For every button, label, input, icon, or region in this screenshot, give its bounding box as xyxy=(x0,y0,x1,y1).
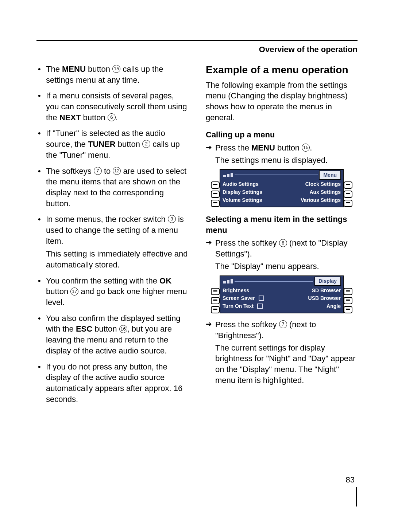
screen-tab: Display xyxy=(314,277,341,286)
text: Press the softkey xyxy=(215,238,279,247)
menu-item: SD Browser xyxy=(312,287,341,294)
step-press-softkey-7: Press the softkey 7 (next to "Brightness… xyxy=(206,319,358,341)
screen-right-col: SD Browser USB Browser Angle xyxy=(308,287,341,310)
text: . xyxy=(116,113,118,122)
sub-paragraph: This setting is immediately effective an… xyxy=(46,249,188,270)
text: The xyxy=(46,64,62,74)
right-knobs xyxy=(344,181,352,207)
footer-rule xyxy=(356,487,357,506)
text: button xyxy=(86,64,112,74)
header-rule xyxy=(36,40,358,41)
menu-item: Angle xyxy=(327,303,341,310)
bold: NEXT xyxy=(59,113,81,122)
step-press-softkey-8: Press the softkey 8 (next to "Display Se… xyxy=(206,238,358,259)
knob-icon xyxy=(344,200,352,207)
menu-item: Screen Saver xyxy=(223,295,264,302)
bullet-ok-button: You confirm the setting with the OK butt… xyxy=(36,275,188,308)
menu-item: Aux Settings xyxy=(309,189,341,196)
label: Screen Saver xyxy=(223,295,255,302)
knob-icon xyxy=(211,297,220,304)
sub-heading: Selecting a menu item in the settings me… xyxy=(206,214,358,235)
knob-icon xyxy=(344,288,352,295)
menu-screen: Menu Audio Settings Display Settings Vol… xyxy=(220,169,344,207)
menu-item: Display Settings xyxy=(223,189,262,196)
text: In some menus, the rocker switch xyxy=(46,215,168,224)
sub-heading: Calling up a menu xyxy=(206,129,358,140)
text: button xyxy=(92,324,119,333)
signal-bars-icon xyxy=(223,279,233,283)
ref-circle-icon: 16 xyxy=(119,325,127,333)
right-knobs xyxy=(344,288,352,313)
bullet-timeout: If you do not press any button, the disp… xyxy=(36,361,188,405)
knob-icon xyxy=(211,306,220,313)
content-columns: The MENU button 15 calls up the settings… xyxy=(36,64,358,410)
menu-item: Audio Settings xyxy=(223,181,262,188)
text: . xyxy=(310,143,312,152)
ref-circle-icon: 2 xyxy=(142,140,150,148)
screen-left-col: Brightness Screen Saver Turn On Text xyxy=(223,287,264,310)
right-column: Example of a menu operation The followin… xyxy=(206,64,358,410)
bullet-esc-button: You also confirm the displayed setting w… xyxy=(36,313,188,356)
divider xyxy=(235,175,318,175)
page-number: 83 xyxy=(346,475,355,485)
checkbox-icon xyxy=(257,304,263,309)
knob-icon xyxy=(344,181,352,189)
label: Turn On Text xyxy=(223,303,254,310)
signal-bars-icon xyxy=(223,173,233,177)
manual-page: Overview of the operation The MENU butto… xyxy=(0,0,394,532)
menu-item: Turn On Text xyxy=(223,303,264,310)
knob-icon xyxy=(344,191,352,198)
left-column: The MENU button 15 calls up the settings… xyxy=(36,64,188,410)
knob-icon xyxy=(344,297,352,304)
bullet-list: The MENU button 15 calls up the settings… xyxy=(36,64,188,404)
left-knobs xyxy=(211,181,220,207)
ref-circle-icon: 7 xyxy=(279,320,287,328)
menu-item: Brightness xyxy=(223,287,264,294)
ref-circle-icon: 3 xyxy=(168,215,176,223)
text: button xyxy=(46,287,70,296)
bold: OK xyxy=(159,276,171,285)
knob-icon xyxy=(211,288,220,295)
text: button xyxy=(81,113,107,122)
menu-item: Various Settings xyxy=(301,197,341,204)
text: button xyxy=(275,143,302,152)
bold: ESC xyxy=(76,324,92,333)
divider xyxy=(235,281,313,282)
header-title: Overview of the operation xyxy=(36,45,358,54)
text: Press the softkey xyxy=(215,320,279,329)
screen-body: Brightness Screen Saver Turn On Text SD … xyxy=(223,287,341,310)
menu-item: Volume Settings xyxy=(223,197,262,204)
bullet-softkeys: The softkeys 7 to 12 are used to select … xyxy=(36,166,188,209)
text: to xyxy=(102,167,113,176)
menu-item: Clock Settings xyxy=(305,181,341,188)
left-knobs xyxy=(211,288,220,313)
text: button xyxy=(116,140,142,149)
result-text: The "Display" menu appears. xyxy=(206,261,358,272)
bold: MENU xyxy=(62,64,86,74)
bullet-rocker-switch: In some menus, the rocker switch 3 is us… xyxy=(36,214,188,270)
ref-circle-icon: 15 xyxy=(112,65,120,73)
bullet-tuner-button: If "Tuner" is selected as the audio sour… xyxy=(36,128,188,160)
display-screen: Display Brightness Screen Saver Turn On … xyxy=(220,275,344,314)
knob-icon xyxy=(211,181,220,189)
ref-circle-icon: 15 xyxy=(302,144,310,152)
screen-tab: Menu xyxy=(319,171,341,180)
screen-top-bar: Display xyxy=(223,278,341,285)
ref-circle-icon: 7 xyxy=(94,167,102,175)
ref-circle-icon: 8 xyxy=(279,239,287,247)
text: You confirm the setting with the xyxy=(46,276,159,285)
ref-circle-icon: 12 xyxy=(113,167,121,175)
intro-paragraph: The following example from the settings … xyxy=(206,80,358,123)
menu-item: USB Browser xyxy=(308,295,341,302)
screen-display: Display Brightness Screen Saver Turn On … xyxy=(220,275,344,314)
step-press-menu: Press the MENU button 15. xyxy=(206,142,358,153)
knob-icon xyxy=(211,200,220,207)
ref-circle-icon: 17 xyxy=(70,287,78,296)
text: Press the xyxy=(215,143,251,152)
result-text: The settings menu is displayed. xyxy=(206,155,358,166)
label: Brightness xyxy=(223,287,249,294)
ref-circle-icon: 6 xyxy=(108,113,116,121)
screen-body: Audio Settings Display Settings Volume S… xyxy=(223,181,341,204)
screen-right-col: Clock Settings Aux Settings Various Sett… xyxy=(301,181,341,204)
text: The softkeys xyxy=(46,167,94,176)
